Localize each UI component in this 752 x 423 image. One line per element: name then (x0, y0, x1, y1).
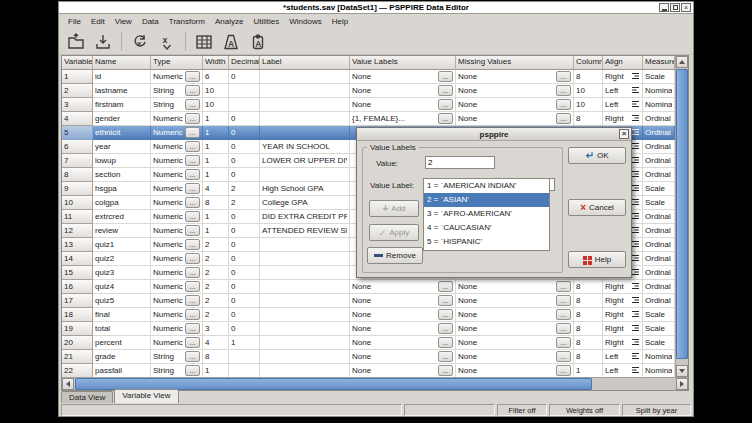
cell-values[interactable]: None... (350, 98, 456, 112)
type-edit-button[interactable]: ... (185, 197, 200, 208)
value-labels-list[interactable]: 1 = `AMERICAN INDIAN'2 = `ASIAN'3 = `AFR… (423, 178, 550, 251)
cell-cols[interactable]: 8 (574, 350, 603, 364)
cell-name[interactable]: gender (93, 112, 151, 126)
cell-measure[interactable]: Ordinal (643, 266, 675, 280)
menu-utilities[interactable]: Utilities (248, 16, 284, 27)
cell-values[interactable]: None... (350, 84, 456, 98)
help-button[interactable]: Help (568, 251, 626, 268)
cell-cols[interactable]: 8 (574, 294, 603, 308)
cell-name[interactable]: quiz2 (93, 252, 151, 266)
cell-cols[interactable]: 1 (574, 364, 603, 378)
cell-num[interactable]: 17 (62, 294, 93, 308)
cell-num[interactable]: 6 (62, 140, 93, 154)
cell-dec[interactable]: 0 (229, 168, 260, 182)
cell-name[interactable]: ethnicit (93, 126, 151, 140)
cell-measure[interactable]: Ordinal (643, 168, 675, 182)
type-edit-button[interactable]: ... (185, 211, 200, 222)
cell-name[interactable]: final (93, 308, 151, 322)
cell-num[interactable]: 3 (62, 98, 93, 112)
apply-button[interactable]: ✓Apply (369, 224, 419, 241)
menu-windows[interactable]: Windows (284, 16, 326, 27)
tab-variable-view[interactable]: Variable View (114, 389, 178, 403)
cell-measure[interactable]: Scale (643, 70, 675, 84)
cell-num[interactable]: 12 (62, 224, 93, 238)
cell-measure[interactable]: Nominal (643, 84, 675, 98)
goto-variable-icon[interactable]: x (155, 30, 179, 53)
cell-name[interactable]: colgpa (93, 196, 151, 210)
cell-num[interactable]: 4 (62, 112, 93, 126)
cell-align[interactable]: Right (603, 294, 643, 308)
cell-measure[interactable]: Nominal (643, 364, 675, 378)
cell-label[interactable] (260, 168, 350, 182)
cell-width[interactable]: 2 (203, 280, 229, 294)
cell-name[interactable]: hsgpa (93, 182, 151, 196)
cell-dec[interactable]: 2 (229, 196, 260, 210)
missing-values-edit-button[interactable]: ... (556, 309, 571, 320)
cell-label[interactable] (260, 84, 350, 98)
cell-measure[interactable]: Scale (643, 322, 675, 336)
cell-dec[interactable]: 0 (229, 294, 260, 308)
cell-dec[interactable]: 0 (229, 126, 260, 140)
missing-values-edit-button[interactable]: ... (556, 351, 571, 362)
value-label-item[interactable]: 4 = `CAUCASIAN' (424, 221, 549, 235)
cell-align[interactable]: Left (603, 98, 643, 112)
maximize-button[interactable] (670, 3, 680, 12)
missing-values-edit-button[interactable]: ... (556, 99, 571, 110)
cell-num[interactable]: 22 (62, 364, 93, 378)
cell-num[interactable]: 8 (62, 168, 93, 182)
cell-dec[interactable]: 0 (229, 112, 260, 126)
menu-file[interactable]: File (63, 16, 86, 27)
ok-button[interactable]: ↵OK (568, 147, 626, 164)
menu-view[interactable]: View (110, 16, 137, 27)
vertical-scrollbar[interactable] (675, 56, 688, 377)
cell-dec[interactable]: 0 (229, 322, 260, 336)
cell-dec[interactable]: 0 (229, 210, 260, 224)
cell-width[interactable]: 3 (203, 322, 229, 336)
menu-transform[interactable]: Transform (164, 16, 210, 27)
type-edit-button[interactable]: ... (185, 253, 200, 264)
cell-values[interactable]: None... (350, 308, 456, 322)
cell-measure[interactable]: Scale (643, 336, 675, 350)
value-label-item[interactable]: 2 = `ASIAN' (424, 193, 549, 207)
value-labels-edit-button[interactable]: ... (438, 323, 453, 334)
cell-dec[interactable]: 0 (229, 308, 260, 322)
close-button[interactable]: × (681, 3, 691, 12)
cell-type[interactable]: Numeric... (151, 70, 203, 84)
cell-width[interactable]: 2 (203, 308, 229, 322)
column-header-measure[interactable]: Measure (643, 56, 675, 70)
type-edit-button[interactable]: ... (185, 281, 200, 292)
tab-data-view[interactable]: Data View (61, 391, 113, 403)
cell-label[interactable]: High School GPA (260, 182, 350, 196)
cell-num[interactable]: 16 (62, 280, 93, 294)
cell-type[interactable]: Numeric... (151, 336, 203, 350)
column-header-missing[interactable]: Missing Values (456, 56, 574, 70)
value-labels-edit-button[interactable]: ... (438, 113, 453, 124)
column-header-dec[interactable]: Decimals (229, 56, 260, 70)
cell-num[interactable]: 15 (62, 266, 93, 280)
cell-measure[interactable]: Ordinal (643, 210, 675, 224)
type-edit-button[interactable]: ... (185, 323, 200, 334)
goto-case-icon[interactable]: x (128, 30, 152, 53)
value-labels-edit-button[interactable]: ... (438, 71, 453, 82)
scroll-down-button[interactable] (676, 365, 688, 377)
cell-label[interactable]: YEAR IN SCHOOL (260, 140, 350, 154)
cell-dec[interactable]: 0 (229, 224, 260, 238)
type-edit-button[interactable]: ... (185, 225, 200, 236)
scroll-up-button[interactable] (676, 56, 688, 68)
cell-dec[interactable]: 0 (229, 154, 260, 168)
cell-type[interactable]: Numeric... (151, 154, 203, 168)
cell-measure[interactable]: Ordinal (643, 252, 675, 266)
cell-width[interactable]: 1 (203, 154, 229, 168)
value-labels-edit-button[interactable]: ... (438, 85, 453, 96)
column-header-num[interactable]: Variable (62, 56, 93, 70)
cell-type[interactable]: Numeric... (151, 126, 203, 140)
cell-measure[interactable]: Scale (643, 182, 675, 196)
cell-width[interactable]: 2 (203, 266, 229, 280)
cell-width[interactable]: 8 (203, 196, 229, 210)
cell-type[interactable]: Numeric... (151, 224, 203, 238)
cell-label[interactable] (260, 280, 350, 294)
missing-values-edit-button[interactable]: ... (556, 323, 571, 334)
dialog-titlebar[interactable]: psppire × (357, 128, 631, 141)
cell-cols[interactable]: 10 (574, 98, 603, 112)
cell-label[interactable] (260, 126, 350, 140)
